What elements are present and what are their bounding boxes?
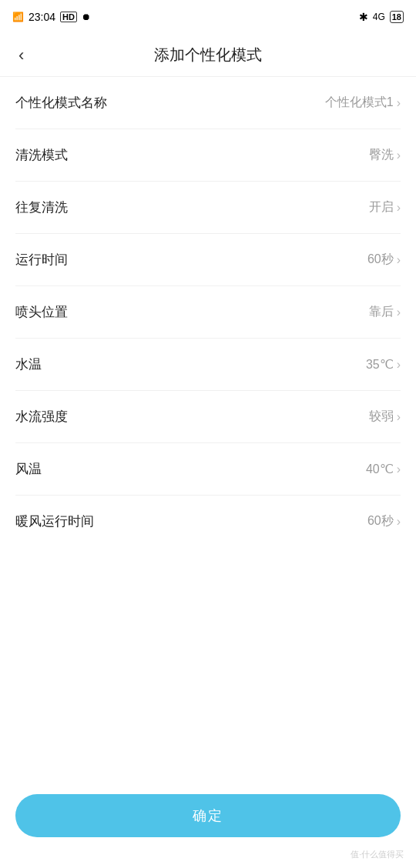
status-left: 📶 23:04 HD ⏺: [12, 11, 91, 23]
settings-item-2[interactable]: 往复清洗开启›: [15, 182, 401, 234]
settings-item-7[interactable]: 风温40℃›: [15, 443, 401, 496]
settings-value-area-3: 60秒›: [367, 252, 401, 268]
settings-label-1: 清洗模式: [15, 146, 68, 164]
settings-value-4: 靠后: [369, 304, 394, 320]
settings-item-6[interactable]: 水流强度较弱›: [15, 391, 401, 443]
settings-value-5: 35℃: [366, 357, 394, 372]
settings-item-8[interactable]: 暖风运行时间60秒›: [15, 496, 401, 547]
settings-value-0: 个性化模式1: [325, 95, 394, 111]
bluetooth-icon: ✱: [359, 11, 368, 23]
settings-label-4: 喷头位置: [15, 303, 68, 321]
status-right: ✱ 4G 18: [359, 11, 404, 23]
battery-indicator: 18: [390, 11, 404, 23]
confirm-area: 确定: [15, 794, 401, 837]
settings-item-4[interactable]: 喷头位置靠后›: [15, 286, 401, 339]
chevron-right-icon-5: ›: [397, 358, 401, 372]
settings-label-7: 风温: [15, 460, 42, 478]
chevron-right-icon-2: ›: [397, 201, 401, 215]
settings-list: 个性化模式名称个性化模式1›清洗模式臀洗›往复清洗开启›运行时间60秒›喷头位置…: [0, 77, 416, 547]
network-icon: 4G: [373, 12, 385, 22]
watermark: 值·什么值得买: [351, 849, 404, 860]
chevron-right-icon-1: ›: [397, 149, 401, 162]
settings-value-area-1: 臀洗›: [369, 147, 401, 163]
settings-value-1: 臀洗: [369, 147, 394, 163]
status-bar: 📶 23:04 HD ⏺ ✱ 4G 18: [0, 0, 416, 34]
settings-value-6: 较弱: [369, 409, 394, 425]
chevron-right-icon-0: ›: [397, 96, 401, 110]
hd-badge: HD: [60, 12, 77, 22]
settings-value-2: 开启: [369, 199, 394, 215]
settings-item-5[interactable]: 水温35℃›: [15, 339, 401, 391]
settings-label-6: 水流强度: [15, 408, 68, 426]
chevron-right-icon-6: ›: [397, 410, 401, 424]
status-time: 23:04: [29, 11, 55, 23]
page-header: ‹ 添加个性化模式: [0, 34, 416, 77]
settings-label-8: 暖风运行时间: [15, 512, 94, 530]
settings-value-area-4: 靠后›: [369, 304, 401, 320]
chevron-right-icon-4: ›: [397, 305, 401, 319]
settings-label-5: 水温: [15, 356, 42, 373]
settings-value-area-7: 40℃›: [366, 462, 401, 476]
settings-item-1[interactable]: 清洗模式臀洗›: [15, 129, 401, 182]
settings-label-3: 运行时间: [15, 251, 68, 269]
settings-value-area-2: 开启›: [369, 199, 401, 215]
confirm-button[interactable]: 确定: [15, 794, 401, 837]
chevron-right-icon-8: ›: [397, 515, 401, 529]
settings-item-3[interactable]: 运行时间60秒›: [15, 234, 401, 286]
settings-value-3: 60秒: [367, 252, 394, 268]
record-icon: ⏺: [82, 12, 91, 22]
settings-value-area-0: 个性化模式1›: [325, 95, 401, 111]
battery-level: 18: [392, 12, 401, 22]
settings-item-0[interactable]: 个性化模式名称个性化模式1›: [15, 77, 401, 129]
settings-label-0: 个性化模式名称: [15, 94, 107, 112]
page-title: 添加个性化模式: [154, 45, 262, 65]
back-button[interactable]: ‹: [12, 39, 30, 72]
chevron-right-icon-3: ›: [397, 253, 401, 267]
settings-value-area-5: 35℃›: [366, 357, 401, 372]
settings-value-8: 60秒: [367, 513, 394, 529]
settings-label-2: 往复清洗: [15, 199, 68, 216]
settings-value-area-8: 60秒›: [367, 513, 401, 529]
settings-value-area-6: 较弱›: [369, 409, 401, 425]
signal-icon: 📶: [12, 12, 24, 22]
chevron-right-icon-7: ›: [397, 462, 401, 476]
settings-value-7: 40℃: [366, 462, 394, 476]
